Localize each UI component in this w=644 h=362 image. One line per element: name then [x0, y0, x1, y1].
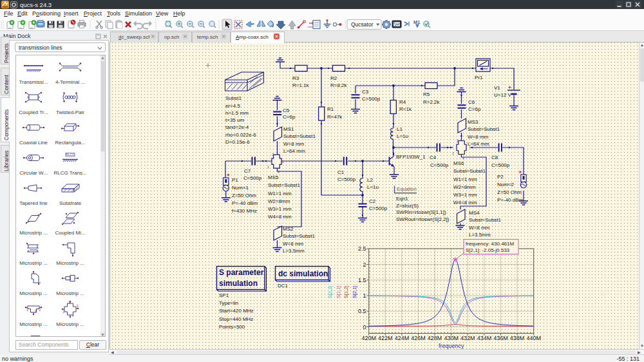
svg-text:C4: C4 — [430, 155, 437, 160]
svg-text:dc simulation: dc simulation — [278, 269, 328, 278]
svg-text:430M: 430M — [444, 335, 459, 341]
svg-text:C1: C1 — [337, 169, 345, 175]
svg-text:L2: L2 — [367, 177, 373, 183]
svg-text:1: 1 — [267, 166, 269, 169]
svg-text:h=1.5 mm: h=1.5 mm — [225, 110, 249, 116]
svg-text:Microstrip ...: Microstrip ... — [19, 230, 48, 236]
svg-text:C=6p: C=6p — [283, 114, 296, 120]
svg-text:Microstrip ...: Microstrip ... — [19, 321, 48, 327]
svg-text:Microstrip ...: Microstrip ... — [19, 291, 48, 296]
svg-text:Z=50 Ohm: Z=50 Ohm — [497, 189, 522, 195]
svg-text:S parameter: S parameter — [219, 268, 264, 277]
svg-text:P1: P1 — [232, 177, 238, 183]
svg-text:Equation: Equation — [397, 186, 417, 192]
svg-text:V1: V1 — [494, 85, 500, 91]
svg-text:Rectangula...: Rectangula... — [55, 140, 85, 146]
svg-text:W=8 mm: W=8 mm — [469, 225, 490, 231]
svg-text:R=1.1k: R=1.1k — [292, 82, 310, 88]
svg-text:C3: C3 — [362, 89, 369, 95]
svg-text:f=430 MHz: f=430 MHz — [232, 208, 257, 214]
svg-text:4: 4 — [462, 157, 464, 160]
svg-text:C7: C7 — [244, 168, 251, 174]
svg-text:1.5: 1.5 — [358, 277, 366, 283]
svg-text:Start=420 MHz: Start=420 MHz — [219, 308, 254, 314]
svg-text:R=2.2k: R=2.2k — [423, 99, 440, 105]
svg-text:R1: R1 — [327, 106, 334, 112]
svg-text:3: 3 — [77, 305, 79, 308]
svg-text:Subst=Subst1: Subst=Subst1 — [283, 133, 316, 139]
svg-text:num: num — [314, 21, 319, 24]
svg-text:Subst=Subst1: Subst=Subst1 — [468, 126, 500, 132]
svg-text:S[1,1]: S[1,1] — [336, 285, 341, 298]
svg-text:Twisted-Pair: Twisted-Pair — [56, 110, 84, 115]
svg-text:W2=8mm: W2=8mm — [268, 198, 290, 204]
svg-text:440M: 440M — [526, 335, 541, 341]
svg-text:S[2,2]: S[2,2] — [327, 285, 333, 298]
svg-text:L=3.5mm: L=3.5mm — [469, 232, 491, 238]
svg-text:3: 3 — [282, 160, 284, 164]
svg-text:Subst=Subst1: Subst=Subst1 — [453, 168, 486, 174]
svg-text:SWRout=rtoswr(S[2,2]): SWRout=rtoswr(S[2,2]) — [396, 216, 450, 222]
svg-text:frequency: 430.461M: frequency: 430.461M — [466, 241, 514, 247]
svg-text:MS6: MS6 — [453, 160, 464, 166]
svg-text:1: 1 — [363, 292, 366, 299]
svg-text:W=8 mm: W=8 mm — [468, 134, 489, 140]
svg-text:4: 4 — [278, 171, 279, 174]
svg-text:er=4.5: er=4.5 — [225, 103, 240, 109]
svg-text:L=64 mm: L=64 mm — [283, 148, 305, 154]
svg-text:BFP193W_1: BFP193W_1 — [396, 154, 426, 160]
svg-text:0: 0 — [363, 324, 366, 330]
svg-text:S[1,2]: S[1,2] — [343, 285, 349, 298]
svg-text:W1=1 mm: W1=1 mm — [453, 176, 477, 182]
svg-text:Z=50 Ohm: Z=50 Ohm — [232, 193, 256, 198]
svg-text:C8: C8 — [491, 155, 498, 160]
svg-text:R=1k: R=1k — [399, 106, 412, 112]
svg-text:C=500p: C=500p — [491, 162, 510, 168]
svg-text:C6: C6 — [468, 99, 475, 105]
svg-text:4-Terminal ...: 4-Terminal ... — [55, 79, 85, 85]
svg-text:RLCG Trans...: RLCG Trans... — [53, 170, 86, 176]
svg-text:P2: P2 — [497, 174, 504, 180]
svg-text:Z=stoz(S): Z=stoz(S) — [396, 203, 419, 209]
svg-text:428M: 428M — [428, 335, 442, 341]
svg-text:Microstrip ...: Microstrip ... — [56, 321, 84, 327]
svg-text:420M: 420M — [361, 335, 376, 341]
svg-text:Num=1: Num=1 — [232, 185, 249, 191]
svg-text:L=1u: L=1u — [397, 133, 408, 139]
svg-text:438M: 438M — [510, 335, 525, 341]
svg-text:W4=8 mm: W4=8 mm — [268, 214, 292, 220]
svg-text:SP1: SP1 — [219, 292, 229, 298]
svg-text:W4=8 mm: W4=8 mm — [453, 200, 477, 205]
svg-text:R2: R2 — [330, 75, 337, 81]
svg-text:422M: 422M — [378, 335, 393, 341]
svg-text:W3=1 mm: W3=1 mm — [268, 206, 292, 212]
svg-text:1: 1 — [452, 152, 454, 155]
svg-text:4: 4 — [72, 314, 74, 318]
svg-text:R3: R3 — [292, 75, 299, 81]
svg-text:W2=8mm: W2=8mm — [453, 184, 476, 190]
svg-text:R=8.2k: R=8.2k — [330, 82, 348, 88]
svg-text:MS2: MS2 — [283, 226, 294, 232]
svg-text:W3=1 mm: W3=1 mm — [453, 192, 477, 198]
svg-text:Substrate: Substrate — [59, 200, 82, 206]
svg-text:rho=0.022e-6: rho=0.022e-6 — [225, 132, 256, 138]
svg-text:S[2,1]: S[2,1] — [352, 285, 357, 298]
svg-text:Num=2: Num=2 — [497, 182, 515, 187]
svg-text:Microstrip ...: Microstrip ... — [56, 291, 84, 296]
svg-text:MS3: MS3 — [468, 119, 478, 125]
svg-text:P=-40 dBm: P=-40 dBm — [497, 197, 524, 203]
svg-text:R=47k: R=47k — [327, 114, 343, 120]
svg-text:Subst=Subst1: Subst=Subst1 — [268, 182, 301, 188]
svg-text:2: 2 — [39, 309, 41, 312]
svg-text:Microstrip ...: Microstrip ... — [56, 260, 84, 266]
svg-text:L1: L1 — [397, 126, 402, 132]
svg-text:simulation: simulation — [219, 279, 258, 288]
svg-text:C=500p: C=500p — [430, 162, 449, 168]
svg-text:Qucsator: Qucsator — [351, 21, 374, 28]
svg-text:L=64 mm: L=64 mm — [468, 141, 489, 147]
svg-text:R5: R5 — [423, 91, 430, 97]
svg-text:Circular W...: Circular W... — [19, 170, 48, 176]
svg-text:U=12 V: U=12 V — [494, 92, 512, 98]
svg-text:L=3.5mm: L=3.5mm — [283, 248, 305, 254]
svg-text:MS1: MS1 — [283, 126, 294, 132]
